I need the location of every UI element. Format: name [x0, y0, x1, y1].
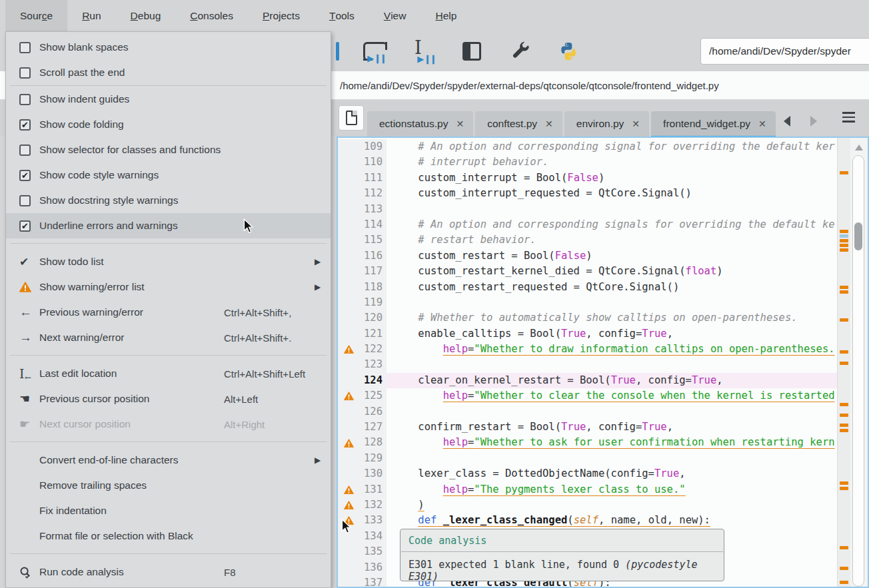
menubar-item-help[interactable]: Help	[421, 0, 471, 31]
warning-position-mark[interactable]	[840, 248, 848, 252]
menu-item-remove-trailing-spaces[interactable]: Remove trailing spaces	[6, 473, 331, 498]
warning-position-mark[interactable]	[840, 318, 848, 322]
menu-item-fix-indentation[interactable]: Fix indentation	[6, 498, 331, 523]
tab-environ.py[interactable]: environ.py✕	[564, 111, 649, 137]
warning-position-mark[interactable]	[840, 487, 848, 490]
menubar-item-run[interactable]: Run	[67, 0, 115, 31]
warning-icon[interactable]	[338, 501, 356, 509]
code-line-114[interactable]: 114 # An option and corresponding signal…	[338, 217, 868, 232]
menu-item-show-docstring-style-warnings[interactable]: Show docstring style warnings	[6, 188, 331, 213]
menubar-item-tools[interactable]: Tools	[315, 0, 369, 31]
menu-item-run-code-analysis[interactable]: Run code analysisF8	[6, 559, 331, 585]
checkbox-checked[interactable]: ✔	[19, 170, 31, 181]
menu-checkbox[interactable]	[19, 42, 39, 53]
menu-item-next-warning-error[interactable]: →Next warning/errorCtrl+Alt+Shift+.	[6, 325, 331, 350]
vertical-scrollbar[interactable]	[850, 138, 868, 588]
cursor-position-mark[interactable]	[840, 234, 848, 238]
menu-checkbox[interactable]	[19, 195, 39, 206]
working-directory-input[interactable]	[700, 38, 869, 65]
checkbox-unchecked[interactable]	[19, 94, 31, 105]
code-line-112[interactable]: 112 custom_interrupt_requested = QtCore.…	[338, 186, 868, 201]
menu-item-show-todo-list[interactable]: ✔Show todo list▶	[6, 249, 331, 274]
code-line-125[interactable]: 125 help="Whether to clear the console w…	[338, 388, 868, 404]
warning-icon[interactable]	[338, 392, 356, 400]
checkbox-checked[interactable]: ✔	[19, 220, 31, 232]
tab-frontend_widget.py[interactable]: frontend_widget.py✕	[651, 111, 776, 137]
checkbox-unchecked[interactable]	[19, 42, 31, 53]
menubar-item-projects[interactable]: Projects	[248, 0, 315, 31]
tab-close-icon[interactable]: ✕	[456, 119, 464, 129]
code-line-118[interactable]: 118 custom_restart_requested = QtCore.Si…	[338, 280, 868, 295]
warning-position-mark[interactable]	[840, 403, 848, 406]
menu-item-last-edit-location[interactable]: I←Last edit locationCtrl+Alt+Shift+Left	[6, 361, 331, 386]
menu-item-previous-warning-error[interactable]: ←Previous warning/errorCtrl+Alt+Shift+,	[6, 300, 331, 325]
tab-conftest.py[interactable]: conftest.py✕	[475, 111, 562, 137]
menubar-item-debug[interactable]: Debug	[116, 0, 176, 31]
tab-ectionstatus.py[interactable]: ectionstatus.py✕	[367, 111, 473, 137]
wrench-icon[interactable]	[506, 31, 534, 71]
menu-item-scroll-past-the-end[interactable]: Scroll past the end	[6, 60, 331, 85]
code-line-127[interactable]: 127 confirm_restart = Bool(True, config=…	[338, 420, 868, 435]
code-line-120[interactable]: 120 # Whether to automatically show call…	[338, 310, 868, 326]
menu-item-show-blank-spaces[interactable]: Show blank spaces	[6, 35, 331, 60]
menu-item-show-selector-for-classes-and-functions[interactable]: Show selector for classes and functions	[6, 137, 331, 162]
tab-close-icon[interactable]: ✕	[632, 119, 640, 129]
run-to-cursor-icon[interactable]: I ▶❙❙	[408, 31, 438, 71]
warning-position-mark[interactable]	[840, 230, 848, 233]
warning-position-mark[interactable]	[840, 362, 848, 365]
warning-position-mark[interactable]	[840, 239, 848, 242]
menubar-item-source[interactable]: Source	[5, 0, 67, 31]
code-line-129[interactable]: 129	[338, 451, 868, 466]
warning-position-mark[interactable]	[840, 244, 848, 247]
menu-item-format-file-or-selection-with-black[interactable]: Format file or selection with Black	[6, 523, 331, 549]
code-line-121[interactable]: 121 enable_calltips = Bool(True, config=…	[338, 326, 868, 342]
code-line-115[interactable]: 115 # restart behavior.	[338, 232, 868, 248]
warning-position-mark[interactable]	[840, 286, 848, 289]
menubar-item-view[interactable]: View	[369, 0, 421, 31]
tab-close-icon[interactable]: ✕	[758, 119, 766, 129]
warning-position-mark[interactable]	[840, 567, 848, 570]
menu-item-show-code-style-warnings[interactable]: ✔Show code style warnings	[6, 162, 331, 188]
warning-position-mark[interactable]	[840, 350, 848, 354]
menu-checkbox[interactable]	[19, 67, 39, 79]
warning-icon[interactable]	[338, 485, 356, 494]
tab-options-menu-icon[interactable]	[842, 112, 855, 125]
warning-position-mark[interactable]	[840, 171, 848, 174]
code-line-132[interactable]: 132 )	[338, 497, 868, 513]
code-line-131[interactable]: 131 help="The pygments lexer class to us…	[338, 482, 868, 497]
menu-item-show-indent-guides[interactable]: Show indent guides	[6, 87, 331, 112]
warning-position-mark[interactable]	[840, 581, 848, 584]
warning-position-mark[interactable]	[840, 424, 848, 427]
menu-checkbox[interactable]	[19, 94, 39, 105]
menu-item-next-cursor-position[interactable]: ☛Next cursor positionAlt+Right	[6, 412, 331, 437]
tab-close-icon[interactable]: ✕	[545, 119, 553, 129]
warning-icon[interactable]	[338, 439, 356, 447]
new-file-button[interactable]	[339, 105, 364, 131]
menu-checkbox[interactable]: ✔	[19, 220, 39, 232]
checkbox-checked[interactable]: ✔	[19, 119, 31, 131]
code-line-110[interactable]: 110 # interrupt behavior.	[338, 154, 868, 170]
code-line-123[interactable]: 123	[338, 357, 868, 372]
warning-position-mark[interactable]	[840, 546, 848, 549]
menu-checkbox[interactable]	[19, 145, 39, 156]
menu-checkbox[interactable]: ✔	[19, 119, 39, 131]
code-line-126[interactable]: 126	[338, 404, 868, 420]
warning-position-mark[interactable]	[840, 414, 848, 417]
code-line-128[interactable]: 128 help="Whether to ask for user confir…	[338, 435, 868, 450]
warning-position-mark[interactable]	[840, 290, 848, 294]
menu-item-show-warning-error-list[interactable]: Show warning/error list▶	[6, 274, 331, 300]
scrollbar-thumb[interactable]	[854, 222, 862, 250]
checkbox-unchecked[interactable]	[19, 67, 31, 79]
warning-position-mark[interactable]	[840, 481, 848, 485]
code-line-124[interactable]: 124 clear_on_kernel_restart = Bool(True,…	[338, 373, 868, 388]
panel-layout-icon[interactable]	[458, 31, 485, 71]
tab-scroll-left-icon[interactable]	[784, 116, 790, 127]
python-logo-icon[interactable]	[554, 31, 582, 71]
code-line-117[interactable]: 117 custom_restart_kernel_died = QtCore.…	[338, 264, 868, 279]
code-line-113[interactable]: 113	[338, 202, 868, 217]
warning-position-mark[interactable]	[840, 429, 848, 432]
run-selection-partial-icon[interactable]	[333, 31, 341, 71]
menu-checkbox[interactable]: ✔	[19, 170, 39, 181]
run-cell-icon[interactable]: ▶❙❙	[360, 31, 391, 71]
code-line-119[interactable]: 119	[338, 295, 868, 310]
